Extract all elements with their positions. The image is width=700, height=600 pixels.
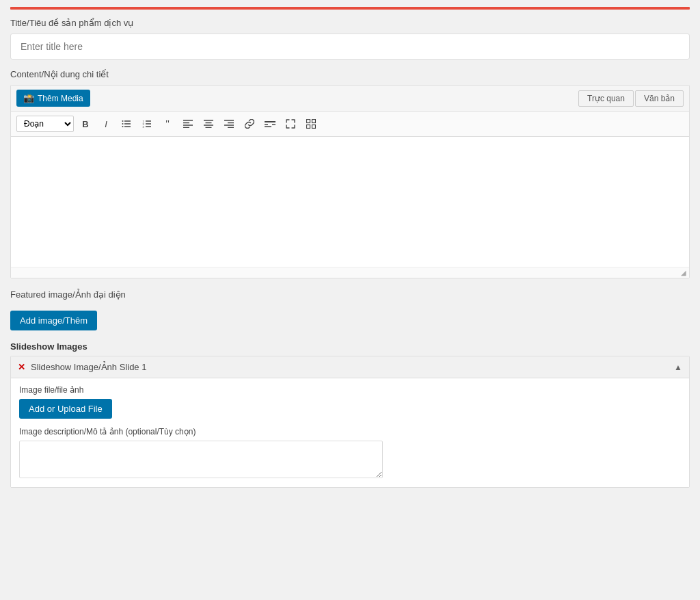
tab-visual[interactable]: Trực quan: [578, 90, 634, 107]
upload-file-button[interactable]: Add or Upload File: [19, 399, 112, 419]
svg-rect-30: [307, 125, 310, 129]
toolbar-fullscreen[interactable]: [282, 115, 299, 133]
svg-point-3: [122, 120, 124, 122]
content-section-label: Content/Nội dung chi tiết: [10, 69, 690, 79]
svg-text:3: 3: [143, 125, 145, 129]
toolbar-align-left[interactable]: [179, 115, 197, 133]
toolbar-blockquote[interactable]: ": [159, 115, 176, 133]
accordion-title: Slideshow Image/Ảnh Slide 1: [31, 362, 146, 372]
featured-image-section: Featured image/Ảnh đại diện Add image/Th…: [10, 289, 690, 330]
toolbar-ordered-list[interactable]: 1 2 3: [138, 115, 156, 133]
page-wrapper: Title/Tiêu đề sản phẩm dịch vụ Content/N…: [0, 0, 700, 501]
svg-point-4: [122, 123, 124, 125]
svg-point-5: [122, 126, 124, 127]
tab-text[interactable]: Văn bản: [635, 90, 684, 107]
add-image-button[interactable]: Add image/Thêm: [10, 311, 97, 330]
accordion-arrow-icon: ▲: [674, 363, 682, 372]
slideshow-accordion: ✕ Slideshow Image/Ảnh Slide 1 ▲ Image fi…: [10, 356, 690, 488]
image-file-label: Image file/file ảnh: [19, 385, 681, 395]
editor-container: 📸 Thêm Media Trực quan Văn bản Đoạn Tiêu…: [10, 85, 690, 278]
featured-image-label: Featured image/Ảnh đại diện: [10, 289, 690, 300]
toolbar-bold[interactable]: B: [77, 115, 94, 133]
add-media-label: Thêm Media: [38, 94, 83, 103]
accordion-header-left: ✕ Slideshow Image/Ảnh Slide 1: [18, 362, 146, 372]
editor-view-tabs: Trực quan Văn bản: [578, 90, 684, 107]
paragraph-select[interactable]: Đoạn Tiêu đề 1 Tiêu đề 2 Tiêu đề 3: [16, 116, 74, 132]
title-section-label: Title/Tiêu đề sản phẩm dịch vụ: [10, 18, 690, 28]
toolbar-toggle[interactable]: [302, 115, 320, 133]
media-icon: 📸: [23, 93, 34, 103]
accordion-header[interactable]: ✕ Slideshow Image/Ảnh Slide 1 ▲: [11, 356, 689, 378]
svg-rect-24: [265, 121, 275, 122]
editor-toolbar: Đoạn Tiêu đề 1 Tiêu đề 2 Tiêu đề 3 B I: [11, 112, 689, 137]
slideshow-section: Slideshow Images ✕ Slideshow Image/Ảnh S…: [10, 341, 690, 488]
toolbar-read-more[interactable]: [261, 115, 279, 133]
editor-body[interactable]: [11, 137, 689, 267]
slideshow-section-title: Slideshow Images: [10, 341, 690, 352]
svg-rect-28: [307, 120, 310, 123]
editor-resize-handle: ◢: [11, 267, 689, 278]
add-media-button[interactable]: 📸 Thêm Media: [16, 90, 90, 107]
resize-icon: ◢: [681, 269, 686, 276]
toolbar-align-center[interactable]: [200, 115, 217, 133]
toolbar-align-right[interactable]: [220, 115, 238, 133]
editor-topbar: 📸 Thêm Media Trực quan Văn bản: [11, 86, 689, 112]
title-input[interactable]: [10, 34, 690, 60]
image-desc-textarea[interactable]: [19, 441, 383, 478]
remove-slide-button[interactable]: ✕: [18, 363, 25, 371]
toolbar-link[interactable]: [241, 115, 258, 133]
svg-rect-31: [312, 125, 316, 129]
toolbar-italic[interactable]: I: [97, 115, 115, 133]
image-desc-label: Image description/Mô tả ảnh (optional/Tù…: [19, 427, 681, 436]
accordion-body: Image file/file ảnh Add or Upload File I…: [11, 378, 689, 487]
toolbar-unordered-list[interactable]: [118, 115, 135, 133]
top-bar: [10, 7, 690, 10]
svg-rect-29: [312, 120, 316, 123]
